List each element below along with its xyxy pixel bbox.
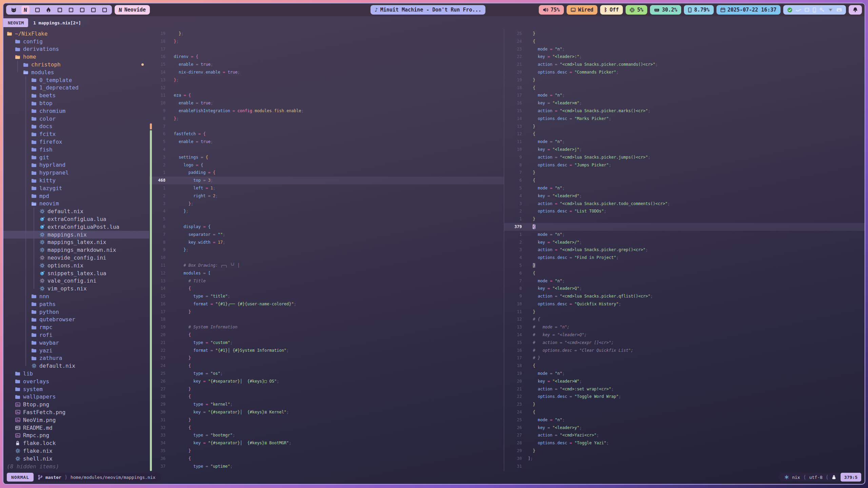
code-line[interactable]: 4 key = "<leader>d";: [504, 192, 865, 200]
code-line[interactable]: 7 separator = "";: [149, 231, 504, 239]
code-pane-right[interactable]: 25 }24 {23 mode = "n";22 key = "<leader>…: [504, 29, 865, 471]
code-line[interactable]: 9 action = "<cmd>lua Snacks.picker.qflis…: [504, 292, 865, 300]
clock-widget[interactable]: 2025-07-22 16:37: [716, 5, 781, 15]
code-line[interactable]: 13 }: [504, 123, 865, 130]
code-line[interactable]: 36 {: [149, 455, 504, 463]
code-line[interactable]: 19 mode = "n";: [504, 370, 865, 378]
code-line[interactable]: 26 key = "<leader>y";: [504, 424, 865, 432]
code-line[interactable]: 468 top = 3;: [149, 177, 504, 184]
code-line[interactable]: 13 # mode = "n";: [504, 323, 865, 331]
code-line[interactable]: 27 action = "<cmd>Yazi<cr>";: [504, 431, 865, 439]
code-line[interactable]: 4 };: [149, 207, 504, 215]
notifications-button[interactable]: [849, 5, 862, 15]
network-widget[interactable]: Wired: [567, 5, 597, 15]
workspace-6-empty-icon[interactable]: [67, 6, 74, 13]
code-line[interactable]: 8 options.desc = "Jumps Picker";: [504, 161, 865, 169]
code-line[interactable]: 21 action = "<cmd>:set wrap!<cr>";: [504, 385, 865, 393]
code-line[interactable]: 15 type = "title";: [149, 292, 504, 300]
workspace-5-empty-icon[interactable]: [56, 6, 63, 13]
code-line[interactable]: 15 action = "<cmd>lua Snacks.picker.mark…: [504, 107, 865, 115]
code-line[interactable]: 20 key = "<leader>W";: [504, 378, 865, 385]
code-line[interactable]: 1 padding = {: [149, 169, 504, 177]
cpu-widget[interactable]: 5%: [626, 5, 647, 15]
code-line[interactable]: 6 {: [504, 269, 865, 277]
code-line[interactable]: 14 {: [149, 285, 504, 292]
code-line[interactable]: 2 logo = {: [149, 161, 504, 169]
code-line[interactable]: 34 key = "{#separator}│ {#keys}≣ BootMGR…: [149, 439, 504, 447]
code-line[interactable]: 12 modules = [: [149, 269, 504, 277]
code-line[interactable]: 4: [149, 146, 504, 154]
code-line[interactable]: 1 mode = "n";: [504, 231, 865, 239]
tree-item-flake.lock[interactable]: flake.lock: [3, 439, 149, 447]
code-line[interactable]: 20 options.desc = "Commands Picker";: [504, 68, 865, 76]
code-line[interactable]: 29 type = "kernel";: [149, 401, 504, 408]
code-line[interactable]: 3 action = "<cmd>lua Snacks.picker.todo_…: [504, 200, 865, 208]
tree-item-wallpapers[interactable]: wallpapers: [3, 393, 149, 401]
code-line[interactable]: 8 key.width = 17;: [149, 239, 504, 246]
code-line[interactable]: 6 display = {: [149, 223, 504, 231]
bluetooth-widget[interactable]: ᛒ Off: [600, 5, 623, 15]
tree-item-NeoVim.png[interactable]: NeoVim.png: [3, 416, 149, 424]
code-line[interactable]: 23 }: [504, 401, 865, 408]
code-line[interactable]: 6 fastfetch = {: [149, 130, 504, 138]
music-widget[interactable]: ♪ Minuit Machine - Don't Run Fro...: [371, 5, 486, 15]
code-line[interactable]: 18 };: [149, 38, 504, 45]
workspace-4-flame-icon[interactable]: [45, 6, 52, 13]
code-line[interactable]: 25 }: [504, 30, 865, 38]
tree-item-flake.nix[interactable]: flake.nix: [3, 447, 149, 455]
tree-item-home[interactable]: home: [3, 53, 149, 61]
code-line[interactable]: 30 key = "{#separator}│ {#keys}≣ Kernel"…: [149, 408, 504, 416]
tree-item-Rmpc.png[interactable]: Rmpc.png: [3, 431, 149, 439]
key-icon[interactable]: [820, 7, 825, 13]
code-line[interactable]: 7: [149, 123, 504, 130]
code-line[interactable]: 24 {: [504, 408, 865, 416]
workspace-2-neovide-icon[interactable]: N: [21, 6, 29, 14]
code-line[interactable]: 28 {: [149, 393, 504, 401]
code-line[interactable]: 29 }: [504, 447, 865, 455]
code-line[interactable]: 9 action = "<cmd>lua Snacks.picker.jumps…: [504, 154, 865, 161]
window-icon[interactable]: [805, 7, 809, 12]
code-line[interactable]: 19 }: [504, 76, 865, 84]
code-line[interactable]: 10: [149, 254, 504, 262]
code-line[interactable]: 11 eza = {: [149, 92, 504, 99]
code-line[interactable]: 11 mode = "n";: [504, 138, 865, 146]
code-line[interactable]: 16 direnv = {: [149, 53, 504, 61]
code-line[interactable]: 17 }: [149, 308, 504, 316]
memory-widget[interactable]: 30.2%: [650, 5, 681, 15]
workspace-1-cat-icon[interactable]: [10, 6, 17, 13]
code-line[interactable]: 3 settings = {: [149, 154, 504, 161]
active-window-title[interactable]: N Neovide: [115, 5, 150, 15]
code-line[interactable]: 22 key = "<leader>:";: [504, 53, 865, 61]
code-line[interactable]: 3 };: [149, 200, 504, 208]
tree-item-derivations[interactable]: derivations: [3, 45, 149, 53]
code-line[interactable]: 28 options.desc = "Toggle Yazi";: [504, 439, 865, 447]
code-line[interactable]: 15 enable = true;: [149, 61, 504, 68]
tree-item-Btop.png[interactable]: Btop.png: [3, 401, 149, 408]
code-line[interactable]: 5 }: [504, 262, 865, 269]
code-line[interactable]: 25 type = "os";: [149, 370, 504, 378]
code-line[interactable]: 26 key = "{#separator}│ {#keys}□ OS";: [149, 378, 504, 385]
code-line[interactable]: 19 };: [149, 30, 504, 38]
code-line[interactable]: 21 action = "<cmd>lua Snacks.picker.comm…: [504, 61, 865, 68]
code-line[interactable]: 13 };: [149, 76, 504, 84]
tree-item-shell.nix[interactable]: shell.nix: [3, 455, 149, 463]
code-line[interactable]: 2 options.desc = "List TODOs";: [504, 207, 865, 215]
check-circle-icon[interactable]: [787, 7, 792, 13]
code-line[interactable]: 11 }: [504, 308, 865, 316]
code-line[interactable]: 7 }: [504, 169, 865, 177]
code-line[interactable]: 6 {: [504, 177, 865, 184]
battery-widget[interactable]: 8.79%: [684, 5, 713, 15]
code-line[interactable]: 16 format = "{#1}╭── {#}{user-name-color…: [149, 300, 504, 308]
code-line[interactable]: 18: [149, 316, 504, 323]
tree-item-~/NixFlake[interactable]: ~/NixFlake: [3, 30, 149, 38]
code-pane-left[interactable]: 19 };18 };1716 direnv = {15 enable = tru…: [149, 29, 504, 471]
code-line[interactable]: 24 {: [149, 362, 504, 370]
code-line[interactable]: 1 left = 1;: [149, 184, 504, 192]
tree-item-modules[interactable]: modules: [3, 68, 149, 76]
code-line[interactable]: 32 {: [149, 424, 504, 432]
phone-icon[interactable]: [813, 7, 816, 13]
code-line[interactable]: 10 options.desc = "Quickfix History";: [504, 300, 865, 308]
tree-item-christoph[interactable]: christoph: [3, 61, 149, 68]
code-line[interactable]: 23 }: [149, 354, 504, 362]
code-line[interactable]: 13 # Title: [149, 277, 504, 285]
